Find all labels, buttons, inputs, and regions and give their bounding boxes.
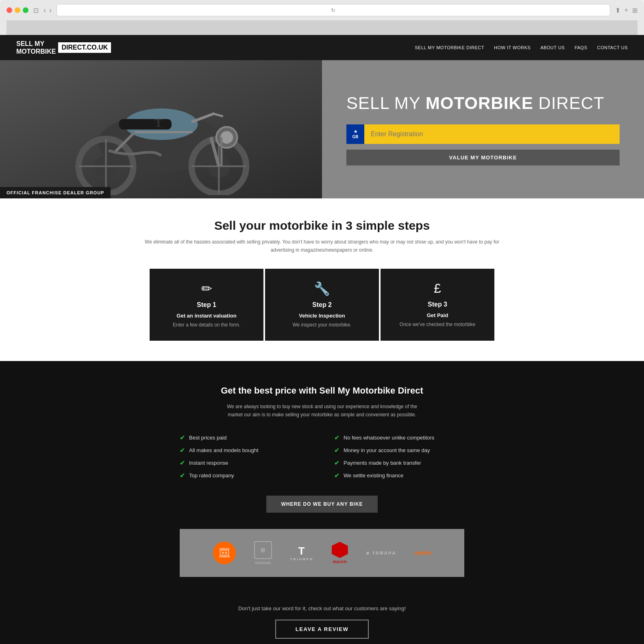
browser-actions: ⬆ + ⊞ (615, 7, 637, 14)
sidebar-button[interactable]: ⊡ (33, 7, 39, 14)
step2-desc: We inspect your motorbike. (281, 321, 363, 329)
step3-icon: £ (397, 281, 478, 296)
brand-yamaha: ⊛ YAMAHA (366, 550, 396, 555)
hero-content: SELL MY MOTORBIKE DIRECT ★ GB VALUE MY M… (322, 60, 644, 198)
reg-input[interactable] (364, 124, 620, 144)
step1-name: Step 1 (166, 301, 247, 309)
motorcycle-svg: T (8, 64, 314, 195)
step1-desc: Enter a few details on the form. (166, 321, 247, 329)
grid-icon[interactable]: ⊞ (632, 7, 637, 14)
step3-name: Step 3 (397, 301, 478, 308)
check-icon-5: ✔ (334, 434, 339, 442)
svg-rect-10 (119, 119, 172, 130)
nav-link-contact[interactable]: CONTACT US (597, 45, 628, 50)
step-card-3: £ Step 3 Get Paid Once we've checked the… (381, 269, 494, 341)
steps-subtitle: We eliminate all of the hassles associat… (139, 238, 505, 254)
hero-badge: OFFICIAL FRANCHISE DEALER GROUP (0, 187, 111, 198)
brand-triumph: T TRIUMPH (290, 545, 313, 561)
benefits-grid: ✔ Best prices paid ✔ No fees whatsoever … (180, 434, 464, 479)
flag-gb: GB (352, 135, 359, 139)
fullscreen-button[interactable] (23, 7, 28, 13)
hero-image: T OFFICIAL FRANCHISE DEALER GROUP (0, 60, 322, 198)
benefits-section: Get the best price with Sell My Motorbik… (0, 361, 644, 644)
browser-tabbar (7, 20, 637, 35)
benefit-5: ✔ No fees whatsoever unlike competitors (334, 434, 464, 442)
benefit-7: ✔ Payments made by bank transfer (334, 459, 464, 467)
step3-desc-title: Get Paid (397, 312, 478, 318)
svg-line-11 (193, 114, 214, 122)
main-nav: SELL MY MOTORBIKE DIRECT.CO.UK SELL MY M… (0, 35, 644, 60)
review-text: Don't just take our word for it, check o… (33, 605, 611, 611)
benefit-6: ✔ Money in your account the same day (334, 446, 464, 454)
leave-review-button[interactable]: LEAVE A REVIEW (275, 620, 369, 639)
check-icon-8: ✔ (334, 472, 339, 479)
benefit-3-text: Instant response (189, 460, 228, 466)
browser-nav: ‹ › (44, 6, 52, 15)
close-button[interactable] (7, 7, 12, 13)
check-icon-4: ✔ (180, 472, 185, 479)
nav-link-sell[interactable]: SELL MY MOTORBIKE DIRECT (415, 45, 484, 50)
minimize-button[interactable] (15, 7, 20, 13)
step1-desc-title: Get an instant valuation (166, 313, 247, 319)
benefit-8: ✔ We settle existing finance (334, 472, 464, 479)
brand-ducati: DUCATI (332, 542, 348, 564)
hero-section: T OFFICIAL FRANCHISE DEALER GROUP SELL M… (0, 60, 644, 198)
refresh-icon[interactable]: ↻ (331, 7, 335, 13)
newtab-icon[interactable]: + (624, 7, 628, 14)
brand-harley-davidson: HARLEY H D DAVIDSON (213, 542, 236, 564)
steps-title: Sell your motorbike in 3 simple steps (33, 219, 611, 233)
flag-stars: ★ (354, 129, 357, 134)
brand-kawasaki: ⊕ Kawasaki (254, 541, 272, 565)
benefit-6-text: Money in your account the same day (344, 447, 430, 453)
check-icon-6: ✔ (334, 446, 339, 454)
nav-link-faqs[interactable]: FAQS (574, 45, 587, 50)
logo-direct: DIRECT.CO.UK (58, 42, 111, 53)
benefit-7-text: Payments made by bank transfer (344, 460, 421, 466)
benefit-3: ✔ Instant response (180, 459, 310, 467)
nav-links: SELL MY MOTORBIKE DIRECT HOW IT WORKS AB… (415, 45, 628, 50)
steps-grid: ✏ Step 1 Get an instant valuation Enter … (33, 269, 611, 341)
benefit-8-text: We settle existing finance (344, 472, 403, 479)
step-card-1: ✏ Step 1 Get an instant valuation Enter … (150, 269, 263, 341)
nav-link-how[interactable]: HOW IT WORKS (494, 45, 531, 50)
benefit-5-text: No fees whatsoever unlike competitors (344, 435, 434, 441)
step-card-2: 🔧 Step 2 Vehicle Inspection We inspect y… (265, 269, 379, 341)
svg-line-12 (213, 114, 223, 116)
check-icon-2: ✔ (180, 446, 185, 454)
step2-desc-title: Vehicle Inspection (281, 313, 363, 319)
logo[interactable]: SELL MY MOTORBIKE DIRECT.CO.UK (16, 40, 111, 55)
svg-text:T: T (154, 117, 162, 129)
benefit-4: ✔ Top rated company (180, 472, 310, 479)
benefit-4-text: Top rated company (189, 472, 234, 479)
step1-icon: ✏ (166, 281, 247, 296)
benefits-title: Get the best price with Sell My Motorbik… (33, 385, 611, 396)
traffic-lights (7, 7, 28, 13)
benefit-2: ✔ All makes and models bought (180, 446, 310, 454)
address-bar[interactable]: ↻ (57, 4, 610, 16)
hero-title: SELL MY MOTORBIKE DIRECT (346, 94, 605, 113)
browser-titlebar: ⊡ ‹ › ↻ ⬆ + ⊞ (7, 4, 637, 16)
nav-link-about[interactable]: ABOUT US (540, 45, 565, 50)
brands-area: HARLEY H D DAVIDSON ⊕ Kawasaki T TRIUMPH (180, 529, 464, 577)
hd-logo: HARLEY H D DAVIDSON (213, 542, 236, 564)
check-icon-1: ✔ (180, 434, 185, 442)
check-icon-7: ✔ (334, 459, 339, 467)
where-button[interactable]: WHERE DO WE BUY ANY BIKE (266, 496, 377, 513)
step2-icon: 🔧 (281, 281, 363, 296)
review-section: Don't just take our word for it, check o… (33, 597, 611, 644)
logo-bottom-text: MOTORBIKE (16, 48, 56, 55)
browser-chrome: ⊡ ‹ › ↻ ⬆ + ⊞ (0, 0, 644, 35)
benefits-subtitle: We are always looking to buy new stock a… (224, 402, 420, 419)
reg-row: ★ GB (346, 124, 620, 144)
back-button[interactable]: ‹ (44, 6, 46, 15)
step2-name: Step 2 (281, 301, 363, 309)
share-icon[interactable]: ⬆ (615, 7, 620, 14)
forward-button[interactable]: › (49, 6, 52, 15)
benefit-1-text: Best prices paid (189, 435, 227, 441)
reg-flag: ★ GB (346, 124, 364, 144)
benefit-1: ✔ Best prices paid (180, 434, 310, 442)
step3-desc: Once we've checked the motorbike (397, 321, 478, 328)
value-button[interactable]: VALUE MY MOTORBIKE (346, 150, 620, 165)
logo-top-text: SELL MY (16, 40, 56, 48)
benefit-2-text: All makes and models bought (189, 447, 259, 453)
